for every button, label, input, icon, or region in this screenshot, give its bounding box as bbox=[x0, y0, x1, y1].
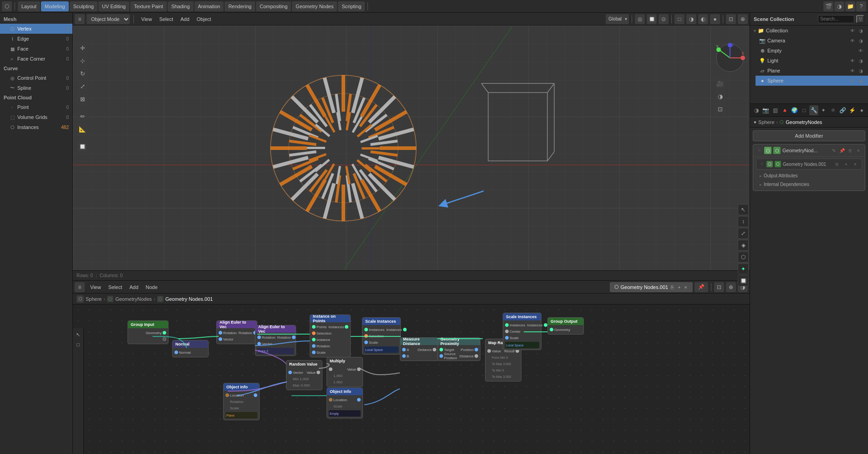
node-menu-select[interactable]: Select bbox=[105, 282, 126, 292]
outliner-filter[interactable]: ▽ bbox=[856, 15, 864, 23]
sub-new-btn[interactable]: + bbox=[842, 160, 850, 168]
curve-control-point-item[interactable]: ◎ Control Point 0 bbox=[0, 73, 72, 83]
blender-logo[interactable]: ⬡ bbox=[2, 1, 12, 11]
prop-render-icon[interactable]: ◑ bbox=[752, 105, 761, 115]
collection-render-btn[interactable]: ◑ bbox=[857, 27, 864, 34]
mesh-face-item[interactable]: ▦ Face 0 bbox=[0, 44, 72, 54]
prop-material-icon[interactable]: ● bbox=[858, 105, 866, 115]
mesh-face-corner-item[interactable]: ⌐ Face Corner 0 bbox=[0, 54, 72, 64]
light-vis-btn[interactable]: 👁 bbox=[849, 57, 856, 64]
vp-mode-icon[interactable]: ≡ bbox=[75, 14, 85, 24]
tool-scale[interactable]: ⤢ bbox=[77, 80, 88, 92]
prop-particles-icon[interactable]: ✦ bbox=[819, 105, 828, 115]
breadcrumb-geonodes001[interactable]: Geometry Nodes.001 bbox=[165, 296, 213, 302]
internal-deps-section[interactable]: ▸ Internal Dependencies bbox=[756, 180, 862, 189]
workspace-modeling[interactable]: Modeling bbox=[41, 1, 69, 11]
proportional-edit[interactable]: ⊙ bbox=[659, 14, 669, 24]
collection-vis-btn[interactable]: 👁 bbox=[849, 27, 856, 34]
scene-dropdown[interactable]: 🎬 bbox=[823, 1, 833, 11]
sub-delete-btn[interactable]: × bbox=[852, 160, 859, 168]
node-multiply[interactable]: Multiply Value 1.000 1.000 bbox=[327, 357, 363, 387]
outliner-search[interactable] bbox=[818, 15, 854, 23]
mesh-edge-item[interactable]: ⌇ Edge 0 bbox=[0, 34, 72, 44]
mod-edit-btn[interactable]: ✎ bbox=[830, 147, 837, 154]
output-props[interactable]: 📁 bbox=[845, 1, 855, 11]
light-render-btn[interactable]: ◑ bbox=[857, 57, 864, 64]
node-copy-btn[interactable]: ⎘ bbox=[670, 284, 675, 290]
plane-render-btn[interactable]: ◑ bbox=[857, 67, 864, 74]
point-cloud-point-item[interactable]: · Point 0 bbox=[0, 102, 72, 112]
node-pin-btn[interactable]: 📌 bbox=[694, 282, 708, 292]
node-align-euler-1[interactable]: Align Euler to Vec Rotation Rotation bbox=[216, 320, 257, 344]
sphere-vis-btn[interactable]: 👁 bbox=[849, 77, 856, 84]
nav-gizmo[interactable]: X Y Z bbox=[714, 42, 746, 74]
prop-physics-icon[interactable]: ⚛ bbox=[829, 105, 837, 115]
modifier-sub-header[interactable]: ⠿ ⬡ ⬡ Geometry Nodes.001 ⎘ + × bbox=[756, 159, 862, 169]
viewport-shading-wire[interactable]: □ bbox=[674, 14, 684, 24]
mod-delete-btn[interactable]: × bbox=[855, 147, 862, 154]
workspace-scripting[interactable]: Scripting bbox=[338, 1, 365, 11]
viewport-shading-solid[interactable]: ◑ bbox=[686, 14, 696, 24]
breadcrumb-geonodes[interactable]: GeometryNodes bbox=[115, 296, 152, 302]
prop-output-icon[interactable]: 📷 bbox=[761, 105, 770, 115]
viewport-shading-material[interactable]: ◐ bbox=[698, 14, 708, 24]
viewport-view-btn[interactable]: ⊡ bbox=[714, 103, 726, 115]
sub-copy-btn[interactable]: ⎘ bbox=[833, 160, 841, 168]
node-random-value[interactable]: Random Value Vector Value Min 1.000 bbox=[286, 360, 322, 390]
node-group-tab[interactable]: ⬡ Geometry Nodes.001 ⎘ + × bbox=[610, 282, 693, 292]
prop-modifier-icon active[interactable]: 🔧 bbox=[809, 105, 818, 115]
node-gizmo-toggle[interactable]: ⊕ bbox=[726, 282, 736, 292]
prop-object-icon[interactable]: □ bbox=[800, 105, 808, 115]
node-scale-instances-2[interactable]: Scale Instances Instances Instances C bbox=[503, 313, 541, 350]
workspace-rendering[interactable]: Rendering bbox=[225, 1, 255, 11]
node-tool-select[interactable]: ↖ bbox=[74, 330, 83, 339]
viewport-overlays[interactable]: ⊡ bbox=[726, 14, 736, 24]
node-canvas[interactable]: ↖ □ bbox=[73, 304, 750, 454]
pivot-point[interactable]: ◎ bbox=[635, 14, 645, 24]
volume-grids-item[interactable]: ⬚ Volume Grids 0 bbox=[0, 112, 72, 122]
prop-geonodes-label[interactable]: GeometryNodes bbox=[786, 119, 822, 125]
snap-icon[interactable]: 🔲 bbox=[647, 14, 657, 24]
node-close-btn[interactable]: × bbox=[684, 284, 688, 290]
mod-pin-btn[interactable]: 📌 bbox=[838, 147, 846, 154]
prop-constraints-icon[interactable]: 🔗 bbox=[838, 105, 847, 115]
camera-render-btn[interactable]: ◑ bbox=[857, 37, 864, 44]
node-normal[interactable]: Normal Normal bbox=[172, 340, 209, 357]
outliner-item-plane[interactable]: ▱ Plane 👁 ◑ bbox=[756, 66, 868, 76]
vp-menu-add[interactable]: Add bbox=[177, 14, 193, 24]
vp-mode-select[interactable]: Object Mode Edit Mode bbox=[87, 14, 130, 24]
outliner-item-empty[interactable]: ⊕ Empty 👁 bbox=[756, 46, 868, 56]
workspace-geometry-nodes[interactable]: Geometry Nodes bbox=[292, 1, 337, 11]
node-group-input[interactable]: Group Input Geometry bbox=[128, 320, 168, 344]
add-modifier-btn[interactable]: Add Modifier bbox=[753, 130, 865, 141]
node-menu-view[interactable]: View bbox=[87, 282, 105, 292]
transform-orientation[interactable]: Global ▾ bbox=[606, 14, 629, 24]
node-editor-type-icon[interactable]: ⬡ bbox=[77, 295, 84, 303]
node-align-euler-2[interactable]: Align Euler to Vec Rotation Rotation bbox=[255, 325, 296, 356]
instances-item[interactable]: ⎔ Instances 482 bbox=[0, 122, 72, 132]
prop-world-icon[interactable]: 🌍 bbox=[790, 105, 799, 115]
node-object-info-1[interactable]: Object Info Location Rotation bbox=[223, 383, 260, 420]
prop-scene-icon[interactable]: 🔺 bbox=[781, 105, 789, 115]
workspace-texture[interactable]: Texture Paint bbox=[130, 1, 167, 11]
tool-annotate[interactable]: ✏ bbox=[77, 110, 88, 122]
prop-view-icon[interactable]: ▥ bbox=[771, 105, 780, 115]
tool-cursor[interactable]: ✛ bbox=[77, 42, 88, 54]
outliner-item-light[interactable]: 💡 Light 👁 ◑ bbox=[756, 56, 868, 66]
help[interactable]: ? bbox=[856, 1, 866, 11]
outliner-item-camera[interactable]: 📷 Camera 👁 ◑ bbox=[756, 36, 868, 46]
node-geo-proximity[interactable]: Geometry Proximity Target Position So bbox=[437, 337, 480, 361]
camera-vis-btn[interactable]: 👁 bbox=[849, 37, 856, 44]
outliner-item-collection[interactable]: ▾ 📁 Collection 👁 ◑ bbox=[750, 26, 868, 36]
tool-transform[interactable]: ⊠ bbox=[77, 93, 88, 105]
viewport-gizmos[interactable]: ⊕ bbox=[738, 14, 748, 24]
mesh-vertex-item[interactable]: ⬡ Vertex 0 bbox=[0, 24, 72, 34]
tool-snap[interactable]: 🔲 bbox=[77, 140, 88, 152]
tool-measure[interactable]: 📐 bbox=[77, 123, 88, 135]
render-preview-btn[interactable]: ◑ bbox=[714, 90, 726, 102]
node-measure-distance[interactable]: Measure Distance A Distance B bbox=[400, 337, 439, 361]
plane-vis-btn[interactable]: 👁 bbox=[849, 67, 856, 74]
viewport-shading-rendered[interactable]: ● bbox=[710, 14, 720, 24]
node-menu-add[interactable]: Add bbox=[126, 282, 142, 292]
tool-move[interactable]: ⊹ bbox=[77, 55, 88, 67]
